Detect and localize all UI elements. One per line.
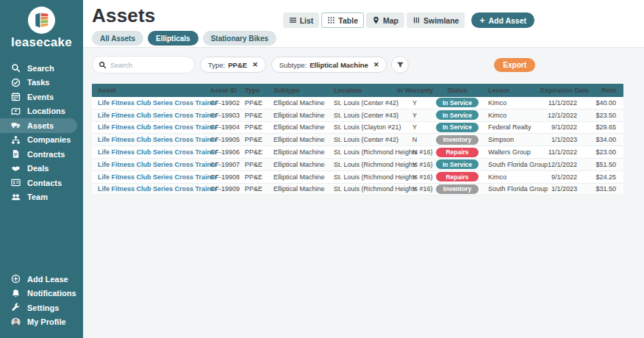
cell-subtype: Elliptical Machine [268, 161, 328, 168]
sidebar-item-events[interactable]: Events [0, 90, 83, 104]
people-icon [11, 193, 21, 202]
app-root: leasecake SearchTasksEventsLocationsAsse… [0, 0, 644, 338]
cell-expiration-date: 11/1/2022 [540, 99, 584, 107]
cell-type: PP&E [239, 136, 268, 143]
sidebar-item-contracts[interactable]: Contracts [0, 147, 83, 162]
brand-logo[interactable]: leasecake [0, 0, 83, 50]
asset-link[interactable]: Life Fitness Club Series Cross Trainer [92, 185, 204, 193]
cell-lessor: Kimco [482, 99, 540, 107]
view-toggle-map[interactable]: Map [366, 12, 404, 28]
asset-link[interactable]: Life Fitness Club Series Cross Trainer [92, 161, 204, 168]
cell-type: PP&E [239, 185, 268, 193]
cell-location: St. Louis (Center #42) [328, 99, 397, 107]
asset-link[interactable]: Life Fitness Club Series Cross Trainer [92, 112, 204, 119]
asset-link[interactable]: Life Fitness Club Series Cross Trainer [92, 99, 204, 107]
sidebar-item-add-lease[interactable]: Add Lease [0, 272, 83, 287]
cell-rent: $34.00 [584, 136, 623, 143]
sidebar-item-search[interactable]: Search [0, 61, 83, 76]
search-icon [99, 61, 107, 69]
search-icon [11, 63, 21, 73]
status-badge: In Service [436, 98, 479, 107]
sidebar-item-assets[interactable]: Assets [0, 118, 77, 133]
sidebar-item-settings[interactable]: Settings [0, 301, 83, 315]
asset-link[interactable]: Life Fitness Club Series Cross Trainer [92, 123, 204, 131]
cell-status: Repairs [432, 172, 482, 181]
hierarchy-icon [11, 135, 21, 145]
sidebar-item-label: Deals [27, 164, 49, 173]
table-row[interactable]: Life Fitness Club Series Cross TrainerCF… [92, 159, 623, 171]
status-badge: Inventory [436, 135, 479, 145]
wrench-icon [11, 303, 21, 312]
asset-category-tabs: All AssetsEllipticalsStationary Bikes [92, 31, 644, 46]
cell-in-warranty: N [397, 136, 432, 143]
cell-type: PP&E [239, 161, 268, 168]
leasecake-logo-icon [28, 7, 55, 34]
cell-expiration-date: 1/1/2023 [540, 136, 584, 143]
tab-all-assets[interactable]: All Assets [92, 31, 143, 46]
sidebar-item-notifications[interactable]: Notifications2 [0, 287, 83, 301]
sidebar-item-locations[interactable]: Locations [0, 104, 83, 119]
cell-expiration-date: 11/1/2022 [540, 148, 584, 156]
cell-asset-id: CF-19907 [204, 161, 239, 168]
filter-chip-type[interactable]: Type:PP&E✕ [200, 57, 266, 73]
sidebar-item-label: Notifications [27, 289, 76, 298]
search-input[interactable] [110, 61, 188, 69]
cell-in-warranty: Y [397, 99, 432, 107]
chip-close-icon[interactable]: ✕ [373, 61, 379, 68]
table-row[interactable]: Life Fitness Club Series Cross TrainerCF… [92, 184, 623, 196]
export-button[interactable]: Export [494, 58, 535, 72]
cell-asset-id: CF-19902 [204, 99, 239, 107]
status-badge: In Service [436, 123, 479, 132]
sidebar-item-team[interactable]: Team [0, 190, 83, 205]
sidebar-item-label: Tasks [27, 78, 49, 87]
cell-expiration-date: 9/1/2022 [540, 123, 584, 131]
sidebar-item-my-profile[interactable]: My Profile [0, 315, 83, 330]
column-header-status: Status [432, 87, 482, 94]
add-asset-label: Add Asset [488, 16, 526, 25]
map-icon [11, 107, 21, 116]
table-body: Life Fitness Club Series Cross TrainerCF… [92, 97, 623, 195]
column-header-subtype: Subtype [268, 87, 328, 94]
table-row[interactable]: Life Fitness Club Series Cross TrainerCF… [92, 97, 623, 109]
view-toggle-swimlane[interactable]: Swimlane [407, 12, 465, 28]
sidebar-item-companies[interactable]: Companies [0, 133, 83, 148]
chip-close-icon[interactable]: ✕ [252, 61, 258, 68]
sidebar-item-tasks[interactable]: Tasks [0, 76, 83, 90]
table-row[interactable]: Life Fitness Club Series Cross TrainerCF… [92, 109, 623, 122]
sidebar-item-contacts[interactable]: Contacts [0, 176, 83, 190]
sidebar-nav: SearchTasksEventsLocationsAssetsCompanie… [0, 61, 83, 204]
cell-lessor: Simpson [482, 136, 540, 143]
cell-type: PP&E [239, 173, 268, 181]
brand-name: leasecake [0, 35, 83, 50]
asset-link[interactable]: Life Fitness Club Series Cross Trainer [92, 148, 204, 156]
main-area: Assets All AssetsEllipticalsStationary B… [83, 0, 644, 338]
filter-chip-subtype[interactable]: Subtype:Elliptical Machine✕ [271, 57, 387, 73]
add-asset-button[interactable]: + Add Asset [471, 12, 534, 28]
cell-status: In Service [432, 110, 482, 120]
view-toggle-label: Table [338, 16, 358, 25]
table-row[interactable]: Life Fitness Club Series Cross TrainerCF… [92, 146, 623, 159]
cell-subtype: Elliptical Machine [268, 112, 328, 119]
table-row[interactable]: Life Fitness Club Series Cross TrainerCF… [92, 122, 623, 134]
cell-type: PP&E [239, 123, 268, 131]
cell-lessor: Kimco [482, 173, 540, 181]
asset-link[interactable]: Life Fitness Club Series Cross Trainer [92, 173, 204, 181]
tab-stationary-bikes[interactable]: Stationary Bikes [203, 31, 276, 46]
filter-button[interactable] [391, 56, 409, 73]
table-row[interactable]: Life Fitness Club Series Cross TrainerCF… [92, 171, 623, 184]
view-toggle-list[interactable]: List [283, 12, 320, 28]
sidebar-item-label: Search [27, 64, 54, 73]
sidebar-item-deals[interactable]: Deals [0, 162, 83, 176]
asset-link[interactable]: Life Fitness Club Series Cross Trainer [92, 136, 204, 143]
column-header-asset: Asset [92, 87, 204, 94]
cell-location: St. Louis (Center #42) [328, 136, 397, 143]
cell-status: In Service [432, 98, 482, 107]
cell-status: Inventory [432, 184, 482, 194]
view-toggle-table[interactable]: Table [321, 12, 364, 28]
tab-ellipticals[interactable]: Ellipticals [148, 31, 198, 46]
cell-lessor: South Florida Group [482, 161, 540, 168]
filter-row: Type:PP&E✕Subtype:Elliptical Machine✕ Ex… [92, 56, 623, 73]
document-icon [11, 149, 21, 159]
column-header-in-warranty: In Warranty [397, 87, 432, 94]
table-row[interactable]: Life Fitness Club Series Cross TrainerCF… [92, 134, 623, 146]
